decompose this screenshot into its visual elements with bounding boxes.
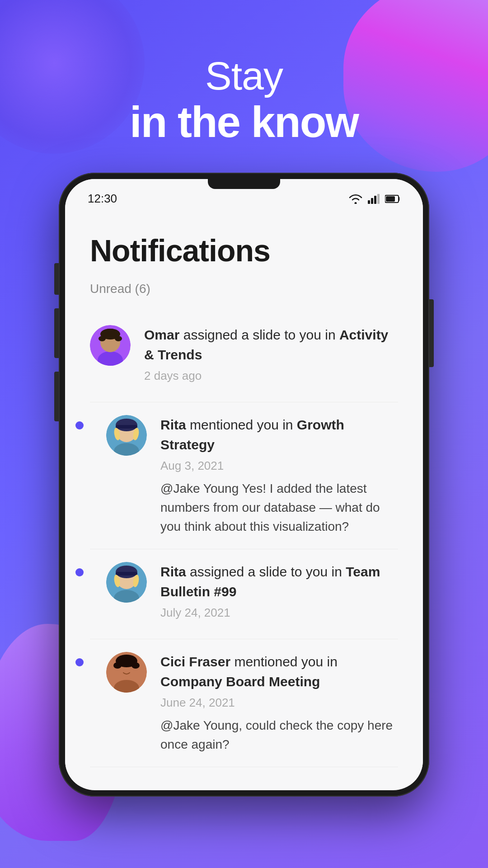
notification-body: Rita assigned a slide to you in Team Bul…	[160, 562, 398, 626]
notification-text: Rita assigned a slide to you in Team Bul…	[160, 562, 398, 601]
phone-notch	[208, 179, 280, 189]
notification-time: July 24, 2021	[160, 606, 398, 620]
notification-item[interactable]: Rita mentioned you in Growth Strategy Au…	[90, 402, 398, 549]
phone-screen: 12:30	[65, 179, 423, 790]
notification-list: Omar assigned a slide to you in Activity…	[90, 312, 398, 767]
notification-text: Cici Fraser mentioned you in Company Boa…	[160, 652, 398, 691]
notification-item[interactable]: Cici Fraser mentioned you in Company Boa…	[90, 639, 398, 767]
svg-point-31	[113, 662, 122, 669]
phone-wrapper: 12:30	[0, 173, 488, 797]
phone-button-power	[429, 299, 434, 367]
notification-text: Rita mentioned you in Growth Strategy	[160, 415, 398, 454]
notification-text: Omar assigned a slide to you in Activity…	[144, 325, 398, 364]
svg-rect-2	[374, 196, 376, 204]
svg-rect-24	[116, 572, 137, 576]
notification-preview: @Jake Young, could check the copy here o…	[160, 716, 398, 754]
svg-rect-17	[116, 425, 137, 429]
avatar-omar	[90, 325, 131, 366]
hero-section: Stay in the know	[0, 0, 488, 173]
notification-item[interactable]: Omar assigned a slide to you in Activity…	[90, 312, 398, 402]
svg-point-11	[115, 336, 122, 341]
page-title: Notifications	[90, 233, 398, 268]
notification-time: 2 days ago	[144, 369, 398, 383]
svg-rect-5	[386, 196, 395, 202]
notification-time: June 24, 2021	[160, 696, 398, 710]
avatar-rita-2	[106, 562, 147, 603]
svg-point-12	[102, 329, 118, 336]
notification-preview: @Jake Young Yes! I added the latest numb…	[160, 479, 398, 536]
notification-item[interactable]: Rita assigned a slide to you in Team Bul…	[90, 549, 398, 639]
hero-title-bold: in the know	[0, 98, 488, 146]
svg-rect-3	[377, 194, 380, 204]
avatar-rita	[106, 415, 147, 456]
phone-button-volume-up	[54, 263, 59, 295]
hero-title-light: Stay	[0, 54, 488, 98]
phone-button-volume-down	[54, 308, 59, 358]
svg-rect-0	[368, 200, 370, 204]
status-icons	[349, 194, 400, 204]
avatar-cici	[106, 652, 147, 693]
unread-dot	[75, 658, 84, 666]
notification-body: Cici Fraser mentioned you in Company Boa…	[160, 652, 398, 754]
phone-button-extra	[54, 372, 59, 421]
svg-point-32	[131, 662, 140, 669]
notification-body: Omar assigned a slide to you in Activity…	[144, 325, 398, 389]
status-time: 12:30	[88, 192, 117, 206]
wifi-icon	[349, 194, 362, 204]
unread-dot	[75, 421, 84, 429]
unread-dot	[75, 568, 84, 576]
phone-mockup: 12:30	[59, 173, 429, 797]
notification-body: Rita mentioned you in Growth Strategy Au…	[160, 415, 398, 536]
notification-time: Aug 3, 2021	[160, 459, 398, 473]
battery-icon	[385, 195, 400, 203]
unread-label: Unread (6)	[90, 282, 398, 296]
app-content: Notifications Unread (6)	[65, 210, 423, 785]
svg-rect-1	[371, 198, 373, 204]
svg-point-10	[99, 336, 106, 341]
signal-icon	[368, 194, 380, 204]
svg-point-33	[117, 655, 136, 663]
